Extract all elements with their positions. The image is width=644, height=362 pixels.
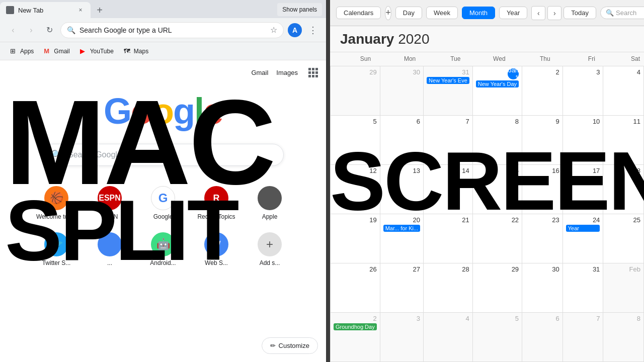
add-calendar-button[interactable]: + bbox=[385, 6, 391, 20]
day-number: 25 bbox=[606, 216, 640, 224]
calendar-grid: 29 30 31 New Year's Eve Jan 1 New Year's… bbox=[330, 66, 644, 362]
view-year-button[interactable]: Year bbox=[499, 7, 527, 19]
cal-cell-jan4[interactable]: 4 bbox=[603, 66, 644, 116]
cal-cell-jan3[interactable]: 3 bbox=[563, 66, 604, 116]
cal-cell-jan13[interactable]: 13 bbox=[380, 165, 424, 214]
calendars-button[interactable]: Calendars bbox=[336, 7, 381, 19]
cal-cell-jan20[interactable]: 20 Mar... for Ki... bbox=[380, 214, 424, 263]
cal-cell-jan16[interactable]: 16 bbox=[522, 165, 563, 214]
shortcut-label-add: Add s... bbox=[260, 259, 280, 266]
customize-button[interactable]: ✏ Customize bbox=[262, 337, 318, 354]
cal-cell-jan8[interactable]: 8 bbox=[473, 116, 522, 165]
day-number: 26 bbox=[334, 265, 377, 273]
event-year[interactable]: Year bbox=[566, 225, 600, 232]
url-bar[interactable]: 🔍 Search Google or type a URL ☆ bbox=[60, 22, 284, 38]
cal-cell-feb1[interactable]: Feb bbox=[603, 263, 644, 313]
event-nye[interactable]: New Year's Eve bbox=[427, 77, 469, 84]
bookmark-gmail[interactable]: M Gmail bbox=[40, 45, 73, 57]
shortcut-apple[interactable]: Apple bbox=[247, 182, 292, 224]
cal-cell-jan11[interactable]: 11 bbox=[603, 116, 644, 165]
cal-cell-jan18[interactable]: 18 bbox=[603, 165, 644, 214]
event-nyd[interactable]: New Year's Day bbox=[476, 80, 519, 87]
cal-cell-jan15[interactable]: 15 bbox=[473, 165, 522, 214]
shortcut-icon-recent: R bbox=[204, 186, 228, 210]
day-number: 7 bbox=[566, 315, 600, 322]
chrome-menu-button[interactable]: ⋮ bbox=[306, 23, 320, 37]
cal-cell-jan6[interactable]: 6 bbox=[380, 116, 424, 165]
cal-cell-jan14[interactable]: 14 bbox=[424, 165, 473, 214]
tab-item[interactable]: New Tab × bbox=[0, 2, 91, 18]
cal-cell-jan23[interactable]: 23 bbox=[522, 214, 563, 263]
cal-cell-feb5[interactable]: 5 bbox=[473, 313, 522, 362]
shortcut-web[interactable]: W Web S... bbox=[194, 228, 239, 270]
cal-cell-jan25[interactable]: 25 bbox=[603, 214, 644, 263]
day-number: 28 bbox=[427, 265, 469, 273]
cal-cell-feb2[interactable]: 2 Groundhog Day bbox=[331, 313, 380, 362]
day-number: 31 bbox=[427, 68, 469, 76]
view-day-button[interactable]: Day bbox=[395, 7, 422, 19]
images-link[interactable]: Images bbox=[276, 69, 298, 76]
prev-month-button[interactable]: ‹ bbox=[531, 6, 545, 20]
cal-cell-jan30[interactable]: 30 bbox=[522, 263, 563, 313]
back-button[interactable]: ‹ bbox=[6, 23, 20, 37]
shortcut-android[interactable]: 🤖 Android... bbox=[140, 228, 186, 270]
view-week-button[interactable]: Week bbox=[426, 7, 458, 19]
cal-cell-jan12[interactable]: 12 bbox=[331, 165, 380, 214]
bookmark-maps[interactable]: 🗺 Maps bbox=[120, 45, 152, 57]
shortcut-espn[interactable]: ESPN ESPN bbox=[87, 182, 132, 224]
cal-cell-jan29[interactable]: 29 bbox=[473, 263, 522, 313]
new-tab-button[interactable]: + bbox=[93, 3, 107, 17]
shortcut-add[interactable]: + Add s... bbox=[247, 228, 292, 270]
calendar-search[interactable]: 🔍 Search bbox=[600, 7, 644, 19]
view-month-button[interactable]: Month bbox=[462, 7, 495, 19]
gmail-link[interactable]: Gmail bbox=[251, 69, 268, 76]
cal-cell-jan17[interactable]: 17 bbox=[563, 165, 604, 214]
profile-button[interactable]: A bbox=[288, 23, 302, 37]
cal-cell-jan2[interactable]: 2 bbox=[522, 66, 563, 116]
event-groundhog[interactable]: Groundhog Day bbox=[334, 323, 377, 330]
bookmark-star-icon[interactable]: ☆ bbox=[270, 25, 277, 35]
cal-cell-feb7[interactable]: 7 bbox=[563, 313, 604, 362]
panel-divider bbox=[326, 0, 330, 362]
shortcut-google[interactable]: G Google bbox=[140, 182, 186, 224]
cal-cell-jan24[interactable]: 24 Year bbox=[563, 214, 604, 263]
cal-cell-jan28[interactable]: 28 bbox=[424, 263, 473, 313]
cal-cell-jan7[interactable]: 7 bbox=[424, 116, 473, 165]
refresh-button[interactable]: ↻ bbox=[42, 23, 56, 37]
shortcut-twitter[interactable]: 🐦 Twitter S... bbox=[34, 228, 79, 270]
bookmark-apps[interactable]: ⊞ Apps bbox=[6, 45, 38, 57]
cal-cell-feb6[interactable]: 6 bbox=[522, 313, 563, 362]
shortcut-welcome[interactable]: 🏀 Welcome to T... bbox=[34, 182, 79, 224]
cal-cell-jan9[interactable]: 9 bbox=[522, 116, 563, 165]
today-button[interactable]: Today bbox=[564, 7, 596, 19]
next-month-button[interactable]: › bbox=[547, 6, 561, 20]
day-header-thu: Thu bbox=[510, 52, 554, 66]
cal-cell-feb8[interactable]: 8 bbox=[603, 313, 644, 362]
cal-cell-jan1[interactable]: Jan 1 New Year's Day bbox=[473, 66, 522, 116]
cal-cell-feb3[interactable]: 3 bbox=[380, 313, 424, 362]
cal-cell-jan10[interactable]: 10 bbox=[563, 116, 604, 165]
event-mar[interactable]: Mar... for Ki... bbox=[383, 225, 420, 232]
cal-cell-jan5[interactable]: 5 bbox=[331, 116, 380, 165]
show-panels-button[interactable]: Show panels bbox=[277, 3, 322, 16]
cal-cell-jan26[interactable]: 26 bbox=[331, 263, 380, 313]
cal-cell-jan21[interactable]: 21 bbox=[424, 214, 473, 263]
shortcut-recent[interactable]: R Recent Topics bbox=[194, 182, 239, 224]
search-bar[interactable]: 🔍 Search Google or type a URL bbox=[42, 144, 284, 166]
cal-cell-jan22[interactable]: 22 bbox=[473, 214, 522, 263]
cal-cell-feb4[interactable]: 4 bbox=[424, 313, 473, 362]
day-number: 16 bbox=[525, 167, 559, 174]
forward-button[interactable]: › bbox=[24, 23, 38, 37]
cal-cell-jan19[interactable]: 19 bbox=[331, 214, 380, 263]
cal-cell-jan27[interactable]: 27 bbox=[380, 263, 424, 313]
shortcut-item2[interactable]: ... bbox=[87, 228, 132, 270]
cal-cell-jan31[interactable]: 31 bbox=[563, 263, 604, 313]
google-apps-button[interactable] bbox=[306, 65, 320, 79]
day-number: Jan 1 bbox=[476, 68, 519, 79]
cal-cell-dec29[interactable]: 29 bbox=[331, 66, 380, 116]
day-number: 24 bbox=[566, 216, 600, 224]
tab-close-button[interactable]: × bbox=[76, 6, 85, 14]
cal-cell-dec30[interactable]: 30 bbox=[380, 66, 424, 116]
bookmark-youtube[interactable]: ▶ YouTube bbox=[76, 45, 118, 57]
cal-cell-dec31[interactable]: 31 New Year's Eve bbox=[424, 66, 473, 116]
